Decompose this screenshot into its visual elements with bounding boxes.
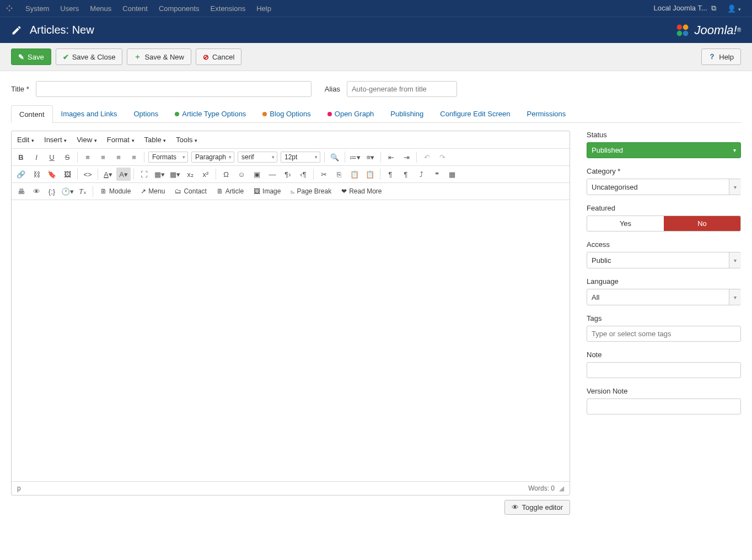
language-select[interactable]: All ▾	[587, 289, 741, 305]
align-center-button[interactable]: ≡	[96, 150, 110, 164]
category-select[interactable]: Uncategorised ▾	[587, 179, 741, 195]
insert-menu-button[interactable]: ↗Menu	[136, 186, 169, 197]
save-button[interactable]: ✎ Save	[11, 49, 51, 65]
table2-button[interactable]: ▦▾	[168, 168, 182, 181]
editor-menu-table[interactable]: Table ▾	[143, 133, 168, 146]
special-char-button[interactable]: Ω	[219, 168, 233, 181]
toggle-editor-button[interactable]: 👁 Toggle editor	[504, 500, 570, 515]
clear-formatting-button[interactable]: Tₓ	[76, 185, 90, 198]
hr-button[interactable]: —	[265, 168, 280, 181]
fontfamily-select[interactable]: serif	[238, 152, 277, 163]
nonbreaking-button[interactable]: ⤴	[414, 168, 428, 181]
link-button[interactable]: 🔗	[14, 168, 28, 181]
admin-menu-help[interactable]: Help	[251, 4, 277, 13]
subscript-button[interactable]: x₂	[183, 168, 197, 181]
rtl-button[interactable]: ‹¶	[296, 168, 310, 181]
admin-menu-system[interactable]: System	[20, 4, 55, 13]
media-button[interactable]: ▣	[250, 168, 264, 181]
bold-button[interactable]: B	[14, 150, 28, 164]
admin-menu-extensions[interactable]: Extensions	[205, 4, 251, 13]
editor-menu-insert[interactable]: Insert ▾	[43, 133, 68, 146]
source-code-button[interactable]: <>	[80, 168, 95, 181]
bullet-list-button[interactable]: ≔▾	[348, 150, 362, 164]
indent-button[interactable]: ⇥	[399, 150, 413, 164]
fullscreen-button[interactable]: ⛶	[137, 168, 151, 181]
preview-button[interactable]: 👁	[29, 185, 44, 198]
tab-images-links[interactable]: Images and Links	[53, 105, 126, 122]
print-button[interactable]: 🖶	[14, 185, 28, 198]
codesample-button[interactable]: {;}	[45, 185, 59, 198]
template-button[interactable]: ▦	[445, 168, 459, 181]
align-left-button[interactable]: ≡	[80, 150, 95, 164]
show-blocks-button[interactable]: ¶	[399, 168, 413, 181]
view-site-link[interactable]: Local Joomla T... ⧉	[648, 4, 722, 13]
align-justify-button[interactable]: ≡	[127, 150, 141, 164]
element-path[interactable]: p	[17, 484, 21, 492]
category-dropdown-button[interactable]: ▾	[729, 179, 741, 195]
fontsize-select[interactable]: 12pt	[281, 152, 320, 163]
tab-blog-options[interactable]: Blog Options	[254, 105, 319, 122]
copy-button[interactable]: ⎘	[332, 168, 346, 181]
ltr-button[interactable]: ¶›	[281, 168, 295, 181]
note-input[interactable]	[587, 362, 741, 378]
editor-menu-tools[interactable]: Tools ▾	[175, 133, 198, 146]
tab-permissions[interactable]: Permissions	[519, 105, 574, 122]
help-button[interactable]: ？ Help	[701, 49, 741, 65]
editor-menu-format[interactable]: Format ▾	[106, 133, 136, 146]
underline-button[interactable]: U	[45, 150, 59, 164]
admin-menu-users[interactable]: Users	[55, 4, 84, 13]
unlink-button[interactable]: ⛓	[29, 168, 44, 181]
search-replace-button[interactable]: 🔍	[327, 150, 342, 164]
redo-button[interactable]: ↷	[435, 150, 449, 164]
bg-color-button[interactable]: A▾	[116, 168, 131, 181]
numbered-list-button[interactable]: ≡▾	[363, 150, 378, 164]
editor-menu-edit[interactable]: Edit ▾	[16, 133, 35, 146]
tab-options[interactable]: Options	[125, 105, 166, 122]
featured-no[interactable]: No	[664, 216, 740, 231]
undo-button[interactable]: ↶	[420, 150, 434, 164]
version-note-input[interactable]	[587, 399, 741, 414]
table-button[interactable]: ▦▾	[152, 168, 166, 181]
access-select[interactable]: Public ▾	[587, 252, 741, 268]
paragraph-select[interactable]: Paragraph	[191, 152, 234, 163]
formats-select[interactable]: Formats	[148, 152, 188, 163]
insert-article-button[interactable]: 🗎Article	[212, 186, 248, 197]
italic-button[interactable]: I	[29, 150, 44, 164]
superscript-button[interactable]: x²	[198, 168, 213, 181]
align-right-button[interactable]: ≡	[111, 150, 126, 164]
language-dropdown-button[interactable]: ▾	[729, 289, 741, 305]
status-select[interactable]: Published	[587, 142, 741, 158]
tab-article-type-options[interactable]: Article Type Options	[166, 105, 254, 122]
save-new-button[interactable]: ＋ Save & New	[127, 49, 191, 65]
tab-content[interactable]: Content	[11, 105, 53, 123]
cut-button[interactable]: ✂	[316, 168, 331, 181]
outdent-button[interactable]: ⇤	[384, 150, 398, 164]
paste-text-button[interactable]: 📋	[363, 168, 377, 181]
insert-image-button[interactable]: 🖼Image	[249, 186, 285, 197]
editor-menu-view[interactable]: View ▾	[76, 133, 98, 146]
admin-menu-menus[interactable]: Menus	[84, 4, 117, 13]
editor-content-area[interactable]	[12, 200, 570, 481]
blockquote-button[interactable]: ❝	[429, 168, 444, 181]
admin-menu-components[interactable]: Components	[153, 4, 205, 13]
insert-contact-button[interactable]: 🗂Contact	[170, 186, 211, 197]
emoji-button[interactable]: ☺	[234, 168, 249, 181]
strikethrough-button[interactable]: S	[60, 150, 74, 164]
save-close-button[interactable]: ✔ Save & Close	[56, 49, 123, 65]
insert-readmore-button[interactable]: ❤Read More	[337, 186, 386, 197]
alias-input[interactable]	[347, 81, 457, 97]
anchor-button[interactable]: 🔖	[45, 168, 59, 181]
text-color-button[interactable]: A▾	[101, 168, 115, 181]
title-input[interactable]	[36, 81, 311, 97]
admin-menu-content[interactable]: Content	[117, 4, 153, 13]
tab-open-graph[interactable]: Open Graph	[319, 105, 383, 122]
paste-button[interactable]: 📋	[347, 168, 362, 181]
resize-handle-icon[interactable]: ◢	[559, 484, 564, 492]
user-menu[interactable]: 👤 ▾	[722, 4, 746, 13]
image-button[interactable]: 🖼	[60, 168, 74, 181]
tags-input[interactable]	[587, 326, 741, 342]
tab-publishing[interactable]: Publishing	[382, 105, 432, 122]
cancel-button[interactable]: ⊘ Cancel	[196, 49, 241, 65]
access-dropdown-button[interactable]: ▾	[729, 252, 741, 268]
datetime-button[interactable]: 🕐▾	[60, 185, 74, 198]
